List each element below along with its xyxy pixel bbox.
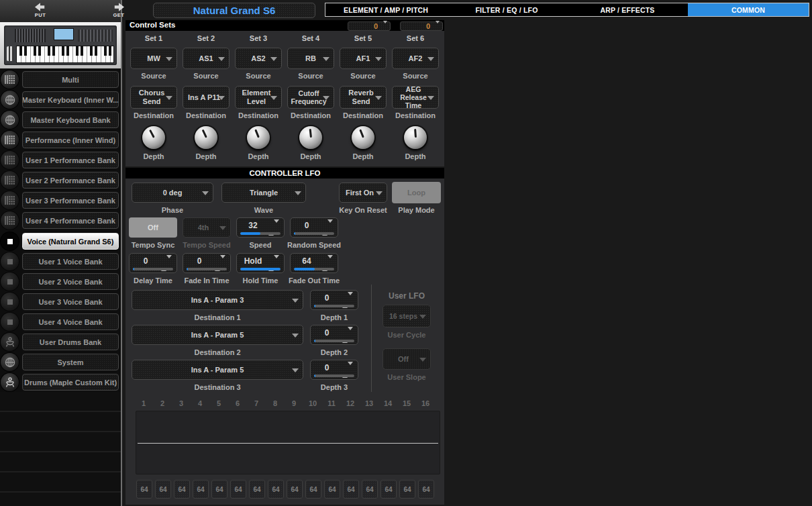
destination-dropdown-2[interactable]: Ins A P11 (183, 86, 230, 109)
depth-knob-4[interactable] (299, 126, 322, 149)
tab-common[interactable]: COMMON (688, 3, 809, 16)
step-value-12[interactable]: 64 (343, 480, 359, 499)
step-number: 12 (341, 399, 360, 407)
step-value-5[interactable]: 64 (211, 480, 227, 499)
tempo-speed-dropdown[interactable]: 4th (183, 217, 231, 238)
spin-arrows-icon[interactable] (342, 365, 353, 374)
sidebar-item-user-drums-bank[interactable]: User Drums Bank (0, 333, 121, 352)
step-value-8[interactable]: 64 (268, 480, 284, 499)
sidebar-item-drums[interactable]: Drums (Maple Custom Kit) (0, 373, 121, 392)
chevron-down-icon (323, 96, 329, 100)
spin-arrows-icon[interactable] (268, 258, 279, 268)
source-label: Source (287, 72, 334, 80)
wave-dropdown[interactable]: Triangle (221, 183, 306, 203)
step-value-4[interactable]: 64 (193, 480, 209, 499)
sidebar-item-user1-performance-bank[interactable]: User 1 Performance Bank (0, 151, 121, 170)
fade-out-time-spinner[interactable]: 64 (290, 253, 338, 273)
depth-knob-1[interactable] (142, 126, 165, 149)
arrow-right-icon (113, 3, 124, 11)
spin-arrows-icon[interactable] (322, 223, 333, 232)
lfo-depth3-spinner[interactable]: 0 (310, 360, 358, 380)
step-value-2[interactable]: 64 (155, 480, 171, 499)
lfo-depth2-spinner[interactable]: 0 (310, 325, 358, 345)
spin-arrows-icon[interactable] (322, 258, 333, 268)
source-dropdown-2[interactable]: AS1 (183, 48, 230, 69)
step-value-3[interactable]: 64 (174, 480, 190, 499)
depth-knob-5[interactable] (352, 126, 374, 149)
delay-time-label: Delay Time (129, 276, 177, 285)
destination-dropdown-5[interactable]: Reverb Send (340, 86, 387, 109)
step-value-14[interactable]: 64 (380, 480, 397, 499)
destination-dropdown-3[interactable]: Element Level (235, 86, 282, 109)
control-sets-spinner-1[interactable]: 0 (348, 21, 391, 31)
hold-time-spinner[interactable]: Hold (236, 253, 285, 273)
lfo-destination1-dropdown[interactable]: Ins A - Param 3 (132, 290, 303, 310)
spin-arrows-icon[interactable] (268, 223, 279, 232)
spin-arrows-icon[interactable] (342, 295, 353, 305)
sidebar-item-user3-voice-bank[interactable]: User 3 Voice Bank (0, 293, 121, 311)
source-dropdown-3[interactable]: AS2 (235, 48, 282, 69)
lfo-depth1-spinner[interactable]: 0 (310, 290, 358, 310)
sidebar-item-user1-voice-bank[interactable]: User 1 Voice Bank (0, 252, 121, 271)
tab-arp-effects[interactable]: ARP / EFFECTS (567, 3, 688, 16)
delay-time-spinner[interactable]: 0 (129, 253, 177, 273)
put-button[interactable]: PUT (26, 3, 55, 18)
step-value-15[interactable]: 64 (399, 480, 415, 499)
sidebar-item-user3-performance-bank[interactable]: User 3 Performance Bank (0, 191, 121, 210)
get-label: GET (104, 12, 134, 18)
step-value-16[interactable]: 64 (418, 480, 434, 499)
step-value-13[interactable]: 64 (362, 480, 378, 499)
control-sets-spinner-2[interactable]: 0 (400, 21, 443, 31)
sidebar-item-voice[interactable]: Voice (Natural Grand S6) (0, 232, 121, 251)
random-speed-spinner[interactable]: 0 (290, 217, 338, 238)
speed-spinner[interactable]: 32 (236, 217, 285, 238)
lfo-destination3-dropdown[interactable]: Ins A - Param 5 (132, 360, 303, 380)
depth-knob-3[interactable] (247, 126, 270, 149)
step-value-6[interactable]: 64 (230, 480, 246, 499)
sidebar-item-master-keyboard[interactable]: Master Keyboard (Inner W... (0, 91, 121, 109)
voice-title: Natural Grand S6 (153, 3, 315, 18)
destination-dropdown-1[interactable]: Chorus Send (130, 86, 177, 109)
sidebar-item-user2-performance-bank[interactable]: User 2 Performance Bank (0, 171, 121, 190)
spin-arrows-icon[interactable] (379, 23, 387, 32)
step-number: 1 (134, 399, 153, 407)
source-dropdown-1[interactable]: MW (130, 48, 177, 69)
sidebar-item-performance[interactable]: Performance (Inner Wind) (0, 131, 121, 150)
sidebar-item-multi[interactable]: Multi (0, 70, 121, 89)
spin-arrows-icon[interactable] (432, 23, 440, 32)
play-mode-button[interactable]: Loop (392, 182, 441, 203)
tab-element-amp-pitch[interactable]: ELEMENT / AMP / PITCH (325, 3, 446, 16)
source-dropdown-5[interactable]: AF1 (340, 48, 387, 69)
get-button[interactable]: GET (104, 3, 134, 18)
user-cycle-dropdown[interactable]: 16 steps (383, 305, 431, 327)
lfo-destination2-dropdown[interactable]: Ins A - Param 5 (132, 325, 303, 345)
destination-dropdown-6[interactable]: AEG Release Time (392, 86, 439, 109)
chevron-down-icon (166, 57, 172, 61)
depth-knob-2[interactable] (195, 126, 217, 149)
destination-dropdown-4[interactable]: Cutoff Frequency (287, 86, 334, 109)
spin-arrows-icon[interactable] (342, 330, 353, 340)
sidebar-item-user2-voice-bank[interactable]: User 2 Voice Bank (0, 272, 121, 291)
fade-in-time-spinner[interactable]: 0 (183, 253, 231, 273)
step-number: 9 (285, 399, 303, 407)
sidebar-item-user4-voice-bank[interactable]: User 4 Voice Bank (0, 313, 121, 332)
step-value-11[interactable]: 64 (324, 480, 340, 499)
source-dropdown-4[interactable]: RB (287, 48, 334, 69)
tempo-sync-button[interactable]: Off (129, 217, 177, 238)
source-dropdown-6[interactable]: AF2 (392, 48, 439, 69)
tab-filter-eq-lfo[interactable]: FILTER / EQ / LFO (446, 3, 567, 16)
step-value-9[interactable]: 64 (287, 480, 303, 499)
user-slope-dropdown[interactable]: Off (383, 348, 431, 370)
sidebar-item-master-keyboard-bank[interactable]: Master Keyboard Bank (0, 111, 121, 130)
phase-dropdown[interactable]: 0 deg (132, 183, 213, 203)
key-on-reset-dropdown[interactable]: First On (339, 183, 387, 203)
step-value-10[interactable]: 64 (305, 480, 321, 499)
spin-arrows-icon[interactable] (161, 258, 172, 268)
sidebar-item-user4-performance-bank[interactable]: User 4 Performance Bank (0, 211, 121, 230)
sidebar-item-system[interactable]: System (0, 353, 121, 372)
user-lfo-step-graph[interactable] (136, 411, 440, 474)
step-value-7[interactable]: 64 (249, 480, 265, 499)
depth-knob-6[interactable] (404, 126, 427, 149)
step-value-1[interactable]: 64 (136, 480, 152, 499)
spin-arrows-icon[interactable] (215, 258, 225, 268)
